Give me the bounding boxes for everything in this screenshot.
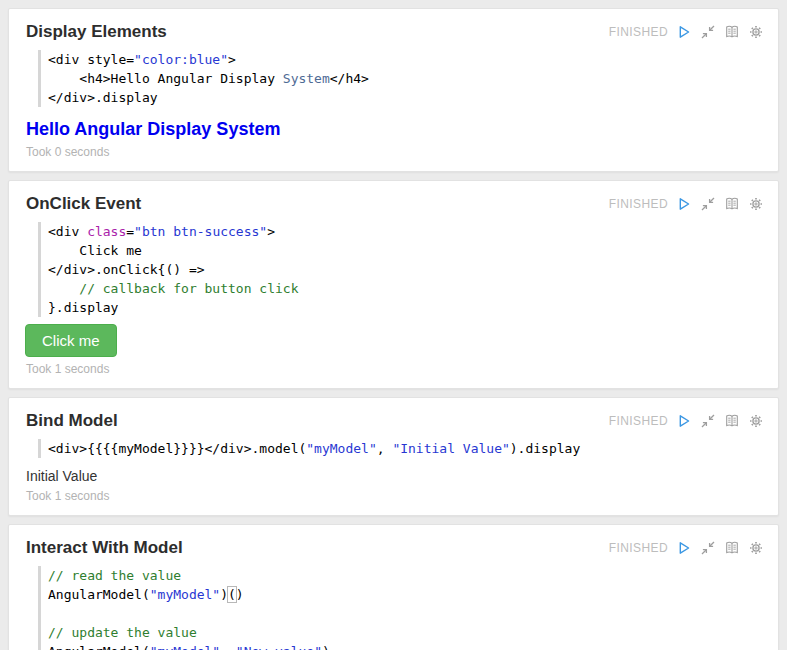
cell-header: Bind Model FINISHED: [9, 398, 778, 431]
cell-toolbar: FINISHED: [609, 413, 764, 429]
code-line: [48, 604, 758, 623]
code-editor[interactable]: // read the valueAngularModel("myModel")…: [38, 566, 758, 650]
code-editor[interactable]: <div>{{{{myModel}}}}</div>.model("myMode…: [38, 439, 758, 458]
cell-title: Interact With Model: [26, 538, 183, 558]
code-line: }.display: [48, 298, 758, 317]
gear-icon[interactable]: [748, 413, 764, 429]
collapse-cell-icon[interactable]: [700, 24, 716, 40]
cell-status-label: FINISHED: [609, 197, 668, 211]
code-line: // update the value: [48, 623, 758, 642]
code-line: AngularModel("myModel", "New value"): [48, 642, 758, 650]
cell-output-text: Initial Value: [26, 468, 761, 484]
code-line: </div>.onClick{() =>: [48, 260, 758, 279]
cell-title: Bind Model: [26, 411, 118, 431]
code-line: <div style="color:blue">: [48, 50, 758, 69]
gear-icon[interactable]: [748, 24, 764, 40]
code-editor[interactable]: <div style="color:blue"> <h4>Hello Angul…: [38, 50, 758, 107]
code-line: </div>.display: [48, 88, 758, 107]
cell-output-heading: Hello Angular Display System: [26, 119, 761, 140]
took-label: Took 1 seconds: [26, 362, 761, 376]
open-book-icon[interactable]: [724, 24, 740, 40]
cell-status-label: FINISHED: [609, 414, 668, 428]
run-cell-icon[interactable]: [676, 196, 692, 212]
collapse-cell-icon[interactable]: [700, 540, 716, 556]
cell-title: OnClick Event: [26, 194, 141, 214]
code-line: // callback for button click: [48, 279, 758, 298]
cell-header: Display Elements FINISHED: [9, 9, 778, 42]
took-label: Took 1 seconds: [26, 489, 761, 503]
code-line: Click me: [48, 241, 758, 260]
collapse-cell-icon[interactable]: [700, 196, 716, 212]
run-cell-icon[interactable]: [676, 413, 692, 429]
open-book-icon[interactable]: [724, 540, 740, 556]
cell-header: OnClick Event FINISHED: [9, 181, 778, 214]
code-editor[interactable]: <div class="btn btn-success"> Click me</…: [38, 222, 758, 317]
cell-toolbar: FINISHED: [609, 196, 764, 212]
code-line: AngularModel("myModel")(): [48, 585, 758, 604]
cell-interact-with-model: Interact With Model FINISHED // read the…: [8, 524, 779, 650]
collapse-cell-icon[interactable]: [700, 413, 716, 429]
code-line: <div class="btn btn-success">: [48, 222, 758, 241]
cell-toolbar: FINISHED: [609, 24, 764, 40]
gear-icon[interactable]: [748, 540, 764, 556]
cell-display-elements: Display Elements FINISHED <div style="co…: [8, 8, 779, 172]
cell-onclick-event: OnClick Event FINISHED <div class="btn b…: [8, 180, 779, 389]
code-line: <div>{{{{myModel}}}}</div>.model("myMode…: [48, 439, 758, 458]
cell-toolbar: FINISHED: [609, 540, 764, 556]
run-cell-icon[interactable]: [676, 24, 692, 40]
cell-title: Display Elements: [26, 22, 167, 42]
click-me-button[interactable]: Click me: [25, 324, 117, 357]
code-line: <h4>Hello Angular Display System</h4>: [48, 69, 758, 88]
open-book-icon[interactable]: [724, 413, 740, 429]
cell-status-label: FINISHED: [609, 541, 668, 555]
cell-header: Interact With Model FINISHED: [9, 525, 778, 558]
gear-icon[interactable]: [748, 196, 764, 212]
cell-bind-model: Bind Model FINISHED <div>{{{{myModel}}}}…: [8, 397, 779, 516]
code-line: // read the value: [48, 566, 758, 585]
took-label: Took 0 seconds: [26, 145, 761, 159]
run-cell-icon[interactable]: [676, 540, 692, 556]
open-book-icon[interactable]: [724, 196, 740, 212]
cell-status-label: FINISHED: [609, 25, 668, 39]
